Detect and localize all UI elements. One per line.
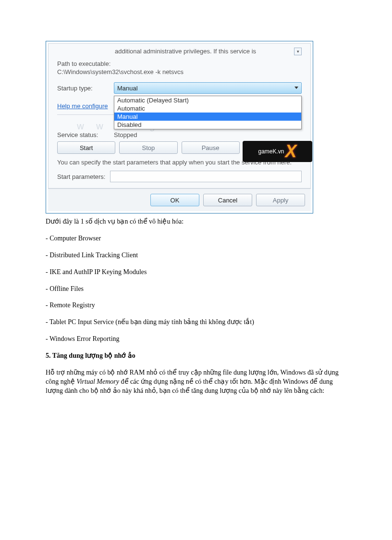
description-text: additional administrative privileges. If… <box>115 48 290 55</box>
path-value: C:\Windows\system32\svchost.exe -k netsv… <box>57 68 302 75</box>
article-body: Dưới đây là 1 số dịch vụ bạn có thể vô h… <box>46 217 346 396</box>
badge-text: gameK.vn <box>258 148 284 155</box>
cancel-button[interactable]: Cancel <box>203 194 252 206</box>
option-automatic[interactable]: Automatic <box>114 104 301 113</box>
list-item: - Distributed Link Tracking Client <box>46 251 346 260</box>
gamek-badge: gameK.vn X <box>243 141 312 162</box>
start-parameters-input[interactable] <box>110 171 302 182</box>
status-label: Service status: <box>57 131 114 138</box>
ok-button[interactable]: OK <box>150 194 199 206</box>
option-disabled[interactable]: Disabled <box>114 121 301 129</box>
apply-button: Apply <box>256 194 305 206</box>
badge-x-icon: X <box>285 141 297 162</box>
screenshot-container: additional administrative privileges. If… <box>46 41 346 213</box>
body-emphasis: Virtual Memory <box>76 378 119 385</box>
help-link[interactable]: Help me configure <box>57 102 108 110</box>
list-item: - Remote Registry <box>46 301 346 310</box>
section-heading: 5. Tăng dung lượng bộ nhớ ảo <box>46 352 346 361</box>
startup-type-dropdown[interactable]: Automatic (Delayed Start) Automatic Manu… <box>114 96 302 129</box>
list-item: - Offline Files <box>46 285 346 294</box>
pause-button: Pause <box>182 141 240 154</box>
startup-type-label: Startup type: <box>57 85 114 92</box>
path-label: Path to executable: <box>57 60 302 67</box>
list-item: - Computer Browser <box>46 234 346 243</box>
body-paragraph: Hỗ trợ những máy có bộ nhớ RAM nhỏ có th… <box>46 368 346 396</box>
description-scroll-down[interactable]: ▾ <box>294 48 302 55</box>
list-item: - Windows Error Reporting <box>46 335 346 344</box>
dialog-footer: OK Cancel Apply <box>48 188 311 211</box>
startup-type-combo[interactable]: Manual <box>114 82 302 94</box>
stop-button: Stop <box>119 141 177 154</box>
option-manual[interactable]: Manual <box>114 113 301 121</box>
startup-type-selected: Manual <box>117 85 138 92</box>
start-button[interactable]: Start <box>57 141 115 154</box>
list-item: - Tablet PC Input Service (nếu bạn dùng … <box>46 318 346 327</box>
start-parameters-label: Start parameters: <box>57 173 105 180</box>
service-properties-panel: additional administrative privileges. If… <box>48 43 311 188</box>
list-item: - IKE and AuthIP IP Keying Modules <box>46 268 346 277</box>
intro-text: Dưới đây là 1 số dịch vụ bạn có thể vô h… <box>46 217 346 226</box>
status-value: Stopped <box>114 131 137 138</box>
window-frame: additional administrative privileges. If… <box>46 41 313 213</box>
option-automatic-delayed[interactable]: Automatic (Delayed Start) <box>114 96 301 104</box>
